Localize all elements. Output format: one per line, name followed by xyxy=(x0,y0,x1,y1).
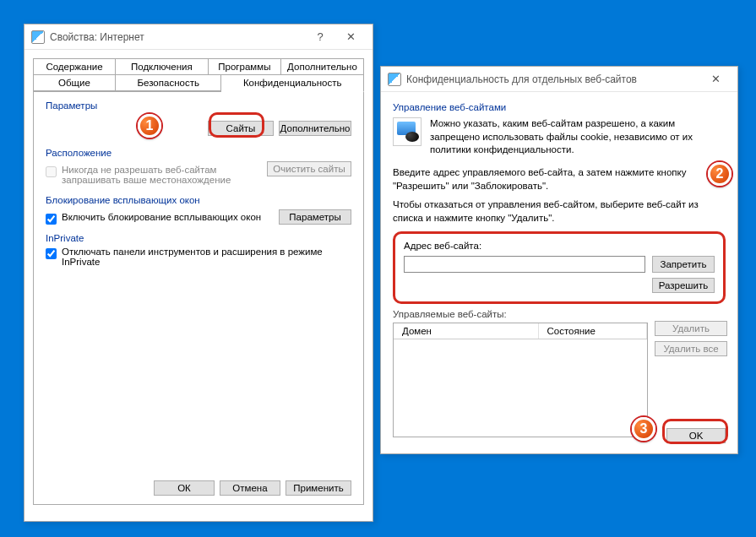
step-badge-3: 3 xyxy=(632,417,655,441)
tab-advanced[interactable]: Дополнительно xyxy=(281,58,364,74)
inprivate-disable-toolbars-label: Отключать панели инструментов и расширен… xyxy=(62,247,351,267)
manage-sites-heading: Управление веб-сайтами xyxy=(393,102,726,112)
close-button[interactable]: ✕ xyxy=(700,68,731,91)
enable-popup-blocker-label: Включить блокирование всплывающих окон xyxy=(62,212,261,222)
never-allow-location-label: Никогда не разрешать веб-сайтам запрашив… xyxy=(62,165,231,185)
managed-sites-label: Управляемые веб-сайты: xyxy=(393,309,726,319)
remove-all-button[interactable]: Удалить все xyxy=(655,341,727,356)
privacy-panel: Параметры Сайты Дополнительно Расположен… xyxy=(33,91,364,505)
internet-options-icon xyxy=(31,30,45,44)
advanced-button[interactable]: Дополнительно xyxy=(279,121,351,136)
internet-properties-dialog: Свойства: Интернет ? ✕ Содержание Подклю… xyxy=(24,24,373,522)
clear-sites-button[interactable]: Очистить сайты xyxy=(267,161,351,176)
ok-button[interactable]: ОК xyxy=(154,480,215,496)
titlebar: Конфиденциальность для отдельных веб-сай… xyxy=(381,67,737,92)
inprivate-disable-toolbars-input[interactable] xyxy=(46,248,57,259)
column-domain[interactable]: Домен xyxy=(394,323,539,339)
privacy-description-icon xyxy=(393,117,422,146)
sites-button[interactable]: Сайты xyxy=(208,121,274,136)
enable-popup-blocker-checkbox[interactable]: Включить блокирование всплывающих окон xyxy=(46,212,261,225)
step-badge-1: 1 xyxy=(138,114,161,138)
close-button[interactable]: ✕ xyxy=(335,25,366,49)
privacy-description: Можно указать, каким веб-сайтам разрешен… xyxy=(430,117,726,157)
privacy-icon xyxy=(388,73,401,86)
tab-privacy[interactable]: Конфиденциальность xyxy=(221,74,364,92)
tab-programs[interactable]: Программы xyxy=(209,58,281,74)
tab-security[interactable]: Безопасность xyxy=(116,74,221,91)
never-allow-location-input[interactable] xyxy=(46,166,57,177)
instructions-1: Введите адрес управляемого веб-сайта, а … xyxy=(393,165,726,193)
tab-content[interactable]: Содержание xyxy=(33,58,116,74)
column-state[interactable]: Состояние xyxy=(539,323,648,339)
managed-sites-list[interactable]: Домен Состояние xyxy=(393,323,648,437)
tabs: Содержание Подключения Программы Дополни… xyxy=(33,58,364,91)
allow-button[interactable]: Разрешить xyxy=(652,278,715,293)
inprivate-heading: InPrivate xyxy=(46,233,351,243)
address-label: Адрес веб-сайта: xyxy=(404,241,715,251)
popup-settings-button[interactable]: Параметры xyxy=(279,209,351,225)
apply-button[interactable]: Применить xyxy=(286,480,351,496)
never-allow-location-checkbox[interactable]: Никогда не разрешать веб-сайтам запрашив… xyxy=(46,165,231,185)
ok-button[interactable]: OK xyxy=(666,428,726,443)
tab-connections[interactable]: Подключения xyxy=(116,58,209,74)
per-site-privacy-dialog: Конфиденциальность для отдельных веб-сай… xyxy=(380,66,738,454)
window-title: Конфиденциальность для отдельных веб-сай… xyxy=(406,73,700,85)
block-button[interactable]: Запретить xyxy=(652,256,715,273)
tab-general[interactable]: Общие xyxy=(33,74,116,91)
help-button[interactable]: ? xyxy=(305,25,335,49)
enable-popup-blocker-input[interactable] xyxy=(46,214,57,225)
titlebar: Свойства: Интернет ? ✕ xyxy=(24,24,373,50)
inprivate-disable-toolbars-checkbox[interactable]: Отключать панели инструментов и расширен… xyxy=(46,247,351,267)
site-address-input[interactable] xyxy=(404,256,645,273)
step-badge-2: 2 xyxy=(708,162,732,186)
cancel-button[interactable]: Отмена xyxy=(220,480,280,496)
address-group-highlight: Адрес веб-сайта: Запретить Разрешить xyxy=(393,231,726,304)
location-heading: Расположение xyxy=(46,148,351,158)
popup-heading: Блокирование всплывающих окон xyxy=(46,195,351,205)
dialog-footer: ОК Отмена Применить xyxy=(154,480,351,496)
window-title: Свойства: Интернет xyxy=(50,31,305,43)
remove-button[interactable]: Удалить xyxy=(655,321,727,336)
params-heading: Параметры xyxy=(46,100,351,111)
instructions-2: Чтобы отказаться от управления веб-сайто… xyxy=(393,198,726,225)
